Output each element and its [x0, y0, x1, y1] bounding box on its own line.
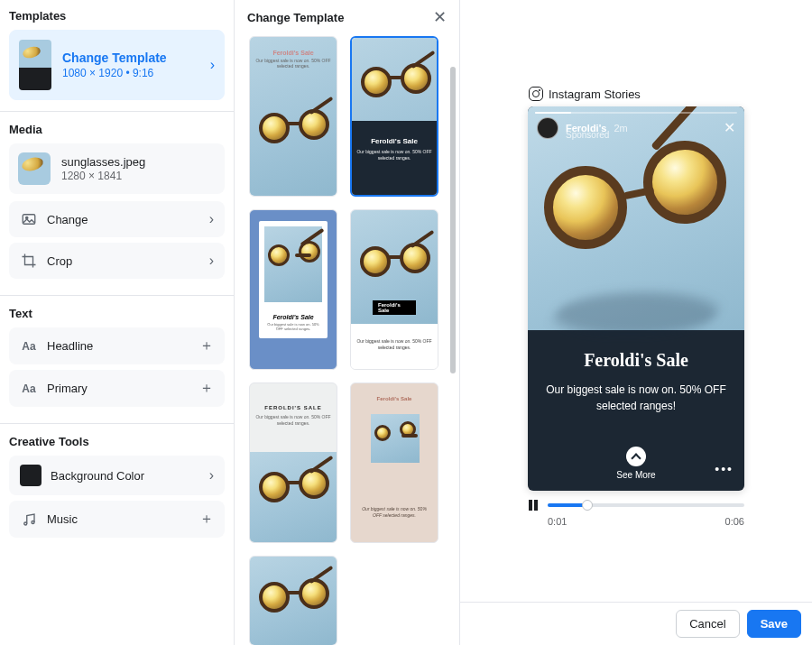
chevron-up-icon [626, 447, 646, 466]
media-dimensions: 1280 × 1841 [61, 170, 145, 182]
templates-panel-title: Change Template [247, 11, 344, 24]
template-card-subtitle: 1080 × 1920 • 9:16 [62, 67, 199, 79]
media-title: Media [9, 123, 225, 136]
pause-button[interactable] [528, 500, 539, 511]
template-option-4[interactable]: Feroldi's Sale Our biggest sale is now o… [350, 209, 438, 370]
templates-section: Templates Change Template 1080 × 1920 • … [0, 9, 234, 112]
placement-label: Instagram Stories [529, 87, 641, 101]
template-4-sub: Our biggest sale is now on. 50% OFF sele… [351, 324, 438, 369]
scrubber-track[interactable] [548, 503, 744, 507]
more-icon[interactable]: ••• [715, 462, 734, 476]
change-media-button[interactable]: Change › [9, 201, 225, 237]
story-cta-label: See More [528, 470, 744, 480]
story-body: Our biggest sale is now on. 50% OFF sele… [546, 382, 726, 414]
text-section: Text Aa Headline ＋ Aa Primary ＋ [0, 307, 234, 424]
templates-panel: Change Template ✕ Feroldi's SaleOur bigg… [235, 0, 460, 645]
save-button[interactable]: Save [747, 610, 801, 638]
chevron-right-icon: › [209, 467, 214, 484]
story-preview: Feroldi's 2m Sponsored ✕ Feroldi's Sale … [528, 106, 744, 491]
background-color-button[interactable]: Background Color › [9, 456, 225, 495]
story-avatar [537, 117, 558, 139]
templates-scrollbar[interactable] [450, 67, 456, 563]
svg-point-2 [24, 522, 27, 525]
headline-button[interactable]: Aa Headline ＋ [9, 327, 225, 364]
music-label: Music [47, 512, 190, 526]
time-total: 0:06 [725, 516, 744, 527]
story-cta[interactable]: See More [528, 447, 744, 480]
media-section: Media sunglasses.jpeg 1280 × 1841 Change… [0, 123, 234, 296]
template-1-sub: Our biggest sale is now on. 50% OFF sele… [250, 58, 337, 69]
template-option-3[interactable]: Feroldi's SaleOur biggest sale is now on… [249, 209, 337, 370]
preview-panel: Instagram Stories Feroldi's 2m Sponsored… [460, 0, 812, 645]
template-3-headline: Feroldi's Sale [264, 314, 322, 320]
template-5-sub: Our biggest sale is now on. 50% OFF sele… [250, 414, 337, 427]
template-4-badge: Feroldi's Sale [373, 300, 416, 315]
creative-tools-title: Creative Tools [9, 435, 225, 448]
text-icon: Aa [20, 380, 38, 398]
left-sidebar: Templates Change Template 1080 × 1920 • … [0, 0, 235, 645]
chevron-right-icon: › [209, 211, 214, 227]
template-thumbnail [19, 40, 51, 90]
cancel-button[interactable]: Cancel [676, 610, 739, 638]
template-option-5[interactable]: FEROLDI'S SALEOur biggest sale is now on… [249, 382, 337, 543]
template-5-headline: FEROLDI'S SALE [250, 405, 337, 410]
music-button[interactable]: Music ＋ [9, 501, 225, 538]
template-6-sub: Our biggest sale is now on. 50% OFF sele… [358, 506, 430, 519]
scrubber-thumb[interactable] [582, 500, 593, 511]
story-timestamp: 2m [614, 123, 627, 134]
chevron-right-icon: › [210, 57, 215, 73]
primary-text-button[interactable]: Aa Primary ＋ [9, 370, 225, 407]
instagram-icon [529, 87, 543, 101]
close-icon[interactable]: ✕ [433, 9, 447, 25]
media-filename: sunglasses.jpeg [61, 155, 145, 169]
change-template-card[interactable]: Change Template 1080 × 1920 • 9:16 › [9, 30, 225, 100]
template-option-7[interactable] [249, 556, 337, 645]
template-2-headline: Feroldi's Sale [352, 137, 437, 145]
primary-text-label: Primary [47, 382, 190, 395]
plus-icon: ＋ [199, 379, 214, 398]
close-icon[interactable]: ✕ [724, 119, 735, 136]
text-icon: Aa [20, 337, 38, 355]
video-player: 0:01 0:06 [528, 500, 744, 527]
template-1-headline: Feroldi's Sale [250, 50, 337, 56]
template-6-headline: Feroldi's Sale [351, 396, 438, 401]
template-2-sub: Our biggest sale is now on. 50% OFF sele… [352, 149, 437, 161]
story-headline: Feroldi's Sale [546, 350, 726, 371]
text-title: Text [9, 307, 225, 320]
media-file-card[interactable]: sunglasses.jpeg 1280 × 1841 [9, 143, 225, 194]
template-option-6[interactable]: Feroldi's Sale Our biggest sale is now o… [350, 382, 438, 543]
svg-rect-0 [23, 215, 35, 225]
background-color-label: Background Color [51, 469, 200, 483]
image-icon [20, 210, 38, 228]
template-option-1[interactable]: Feroldi's SaleOur biggest sale is now on… [249, 36, 337, 197]
media-thumbnail [18, 152, 51, 185]
placement-text: Instagram Stories [549, 88, 641, 101]
time-current: 0:01 [548, 516, 567, 527]
change-media-label: Change [47, 213, 200, 226]
svg-point-3 [32, 521, 34, 523]
music-icon [20, 511, 38, 529]
template-3-sub: Our biggest sale is now on. 50% OFF sele… [264, 322, 322, 331]
color-swatch-icon [20, 465, 42, 486]
template-option-2[interactable]: Feroldi's SaleOur biggest sale is now on… [350, 36, 438, 197]
creative-tools-section: Creative Tools Background Color › Music … [0, 435, 234, 554]
crop-icon [20, 252, 38, 270]
headline-label: Headline [47, 339, 190, 353]
footer: Cancel Save [460, 602, 812, 645]
story-sponsored-label: Sponsored [566, 130, 609, 140]
plus-icon: ＋ [199, 510, 214, 529]
crop-media-label: Crop [47, 254, 200, 268]
crop-media-button[interactable]: Crop › [9, 243, 225, 279]
template-card-title: Change Template [62, 51, 199, 65]
plus-icon: ＋ [199, 336, 214, 355]
templates-title: Templates [9, 9, 225, 23]
templates-grid[interactable]: Feroldi's SaleOur biggest sale is now on… [235, 31, 459, 645]
chevron-right-icon: › [209, 253, 214, 269]
